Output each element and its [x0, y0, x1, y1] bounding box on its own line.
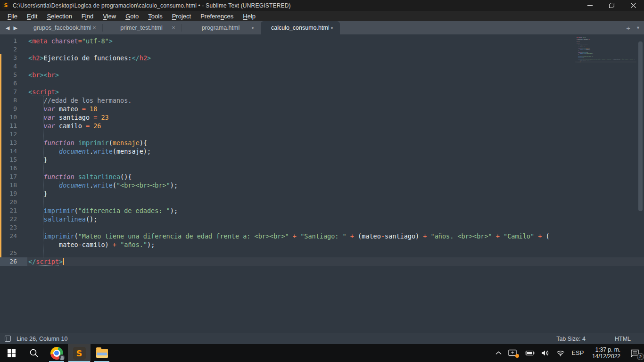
code-line[interactable]: 14 document.write(mensaje); [0, 147, 644, 156]
volume-button[interactable] [538, 344, 553, 362]
code-line[interactable]: 22 saltarlinea(); [0, 215, 644, 223]
menu-selection[interactable]: Selection [42, 12, 76, 21]
code-line[interactable]: 4 [0, 62, 644, 71]
indent-guide [59, 147, 59, 156]
code-line[interactable]: mateo-camilo) + "años."); [0, 240, 644, 249]
tab-calculo_consumo.html[interactable]: calculo_consumo.html● [261, 21, 340, 34]
tab-dirty-icon: ● [329, 25, 335, 30]
line-number: 14 [0, 147, 17, 156]
code-line[interactable]: 19 } [0, 189, 644, 198]
menu-file[interactable]: File [3, 12, 22, 21]
code-line[interactable]: 13 function imprimir(mensaje){ [0, 139, 644, 147]
code-line[interactable]: 18 document.write("<br><br><br>"); [0, 181, 644, 189]
tablet-mode-button[interactable] [505, 344, 521, 362]
clock[interactable]: 1:37 p. m. 14/12/2022 [587, 346, 625, 360]
line-number: 16 [0, 164, 17, 173]
line-number: 3 [0, 54, 17, 62]
restore-button[interactable] [601, 0, 622, 11]
line-number: 17 [0, 173, 17, 181]
code-line[interactable]: 26</script> [0, 257, 644, 266]
tab-dirty-icon: ● [249, 25, 256, 30]
code-line[interactable]: 25 [0, 249, 644, 257]
code-line[interactable]: 3<h2>Ejercicio de funciones:</h2> [0, 54, 644, 62]
menu-help[interactable]: Help [238, 12, 260, 21]
text-cursor [63, 258, 64, 265]
minimap[interactable]: <meta charset="utf-8"><h2>Ejercicio de f… [575, 37, 637, 66]
tab-grupos_facebook.html[interactable]: grupos_facebook.html× [23, 21, 102, 34]
hidden-icons-button[interactable] [492, 344, 505, 362]
tab-close-icon[interactable]: × [91, 25, 98, 31]
code-line[interactable]: 8 //edad de los hermanos. [0, 96, 644, 105]
nav-forward-icon[interactable]: ▶ [13, 21, 17, 34]
start-button[interactable] [0, 344, 23, 362]
line-number: 9 [0, 105, 17, 113]
vertical-scrollbar[interactable] [638, 41, 643, 211]
line-number: 19 [0, 189, 17, 198]
status-bar: Line 26, Column 10 Tab Size: 4 HTML [0, 333, 644, 344]
line-number: 6 [0, 79, 17, 88]
taskbar-sublime-active[interactable]: S [68, 344, 91, 362]
line-number: 7 [0, 88, 17, 96]
notification-count-badge: 2 [637, 353, 644, 360]
line-number: 10 [0, 113, 17, 122]
code-line[interactable]: </script> [575, 61, 636, 62]
battery-button[interactable] [521, 344, 538, 362]
syntax-indicator[interactable]: HTML [615, 336, 631, 342]
menu-tools[interactable]: Tools [143, 12, 167, 21]
line-number: 8 [0, 96, 17, 105]
tab-programa.html[interactable]: programa.html● [182, 21, 261, 34]
code-line[interactable]: 21 imprimir("diferencia de edades: "); [0, 206, 644, 215]
menu-view[interactable]: View [98, 12, 121, 21]
code-line[interactable]: 17 function saltarlinea(){ [0, 173, 644, 181]
windows-logo-icon [8, 349, 16, 357]
new-tab-icon[interactable]: + [626, 24, 630, 32]
code-line[interactable]: 7<script> [0, 88, 644, 96]
code-line[interactable]: 5<br><br> [0, 71, 644, 79]
menu-edit[interactable]: Edit [22, 12, 42, 21]
editor-area[interactable]: 1<meta charset="utf-8">23<h2>Ejercicio d… [0, 34, 644, 333]
code-line[interactable]: 24 imprimir("Mateo tiene una diferencia … [0, 232, 644, 240]
language-indicator[interactable]: ESP [568, 344, 587, 362]
code-line[interactable]: 15 } [0, 156, 644, 164]
code-line[interactable]: 12 [0, 130, 644, 139]
code-line[interactable]: 9 var mateo = 18 [0, 105, 644, 113]
code-line[interactable]: 2 [0, 45, 644, 54]
code-line[interactable]: 23 [0, 223, 644, 232]
file-explorer-icon [96, 349, 108, 358]
close-button[interactable] [622, 0, 644, 11]
code-line[interactable]: 10 var santiago = 23 [0, 113, 644, 122]
tab-size-indicator[interactable]: Tab Size: 4 [556, 336, 586, 342]
search-icon [29, 348, 39, 358]
code-line[interactable]: 1<meta charset="utf-8"> [0, 37, 644, 45]
notification-dot [515, 354, 519, 358]
code-view[interactable]: 1<meta charset="utf-8">23<h2>Ejercicio d… [0, 34, 644, 266]
line-number: 15 [0, 156, 17, 164]
search-button[interactable] [23, 344, 45, 362]
taskbar-chrome[interactable] [45, 344, 68, 362]
taskbar-file-explorer[interactable] [91, 344, 113, 362]
menu-find[interactable]: Find [77, 12, 98, 21]
time: 1:37 p. m. [592, 346, 620, 353]
line-number: 22 [0, 215, 17, 223]
tab-primer_test.html[interactable]: primer_test.html× [102, 21, 182, 34]
menu-bar: FileEditSelectionFindViewGotoToolsProjec… [0, 11, 644, 21]
code-line[interactable]: 6 [0, 79, 644, 88]
pane-icon[interactable] [5, 336, 11, 342]
action-center-button[interactable]: 2 [625, 344, 644, 362]
menu-goto[interactable]: Goto [121, 12, 143, 21]
code-line[interactable]: 11 var camilo = 26 [0, 122, 644, 130]
nav-back-icon[interactable]: ◀ [6, 21, 9, 34]
tab-overflow-icon[interactable]: ▼ [636, 25, 640, 30]
windows-taskbar: S [0, 344, 644, 362]
tab-label: primer_test.html [113, 25, 170, 31]
chevron-up-icon [495, 351, 502, 355]
menu-preferences[interactable]: Preferences [196, 12, 238, 21]
wifi-button[interactable] [553, 344, 568, 362]
minimize-button[interactable] [579, 0, 601, 11]
code-line[interactable]: 16 [0, 164, 644, 173]
tab-close-icon[interactable]: × [170, 25, 177, 31]
sublime-icon: S [73, 347, 86, 360]
code-line[interactable]: 20 [0, 198, 644, 206]
menu-project[interactable]: Project [167, 12, 196, 21]
window-title: C:\Users\sntia\Desktop\Logica de program… [13, 2, 291, 9]
